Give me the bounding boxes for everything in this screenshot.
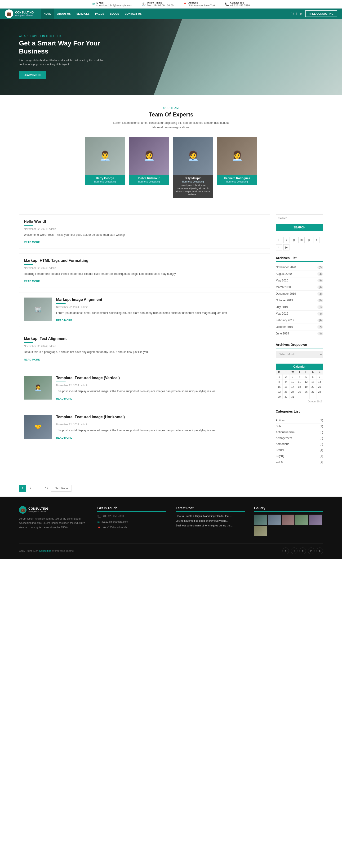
facebook-icon[interactable]: f xyxy=(276,237,282,243)
archive-label: November 2020 xyxy=(276,266,296,269)
team-member-role: Business Consulting xyxy=(219,180,255,183)
read-more-link[interactable]: READ MORE xyxy=(24,241,40,244)
calendar-day: 11 xyxy=(296,379,303,384)
youtube-icon[interactable]: ▶ xyxy=(283,244,289,250)
instagram-icon[interactable]: i xyxy=(276,244,282,250)
read-more-link[interactable]: READ MORE xyxy=(24,280,40,283)
post-with-image: 🏢 Markup: Image Alignment November 22, 2… xyxy=(24,298,265,322)
calendar-day: 18 xyxy=(296,384,303,389)
read-more-link[interactable]: READ MORE xyxy=(56,436,72,439)
archive-count: (1) xyxy=(317,305,323,309)
google-icon[interactable]: g xyxy=(291,237,297,243)
page-button-2[interactable]: 2 xyxy=(27,485,34,492)
archives-dropdown-select[interactable]: Select Month November 2020 August 2020 xyxy=(276,351,323,358)
calendar-day: 30 xyxy=(283,394,289,399)
team-card-overlay: Debra Ridenour Business Consulting xyxy=(129,175,169,185)
next-page-button[interactable]: Next Page xyxy=(51,485,71,492)
footer-logo-sub: Wordpress Theme xyxy=(28,510,49,513)
archive-count: (6) xyxy=(317,285,323,289)
calendar-day: 3 xyxy=(289,374,296,379)
calendar-day: 26 xyxy=(303,389,309,394)
twitter-icon[interactable]: t xyxy=(291,548,298,554)
footer-post-title: Business writes many other cheques durin… xyxy=(176,524,245,527)
twitter-icon[interactable]: t xyxy=(283,237,289,243)
post-meta: November 22, 2024 | admin xyxy=(24,227,265,230)
post-with-image: 🤝 Template: Featured Image (Horizontal) … xyxy=(24,415,265,439)
clock-icon: 🕐 xyxy=(142,2,146,6)
category-item: Arrangement (6) xyxy=(276,435,323,441)
hero-learn-more-button[interactable]: LEARN MORE xyxy=(19,71,46,79)
post-meta: November 22, 2024 | admin xyxy=(24,267,265,269)
nav-about[interactable]: ABOUT US xyxy=(54,8,73,19)
post-title: Markup: Image Alignment xyxy=(56,298,265,302)
page-button-1[interactable]: 1 xyxy=(19,485,26,492)
footer-post-item: Business writes many other cheques durin… xyxy=(176,524,245,527)
read-more-link[interactable]: READ MORE xyxy=(56,319,72,322)
archive-item: July 2019 (1) xyxy=(276,304,323,311)
search-input[interactable] xyxy=(276,214,323,222)
contact-location-value: Your1234location.Me xyxy=(103,526,127,529)
footer-post-title: How to Create a Digital Marketing Plan f… xyxy=(176,515,245,518)
team-card-overlay: Harry George Business Consulting xyxy=(85,175,125,185)
team-card-overlay: Billy Maupin Business Consulting Lorem i… xyxy=(173,175,213,198)
footer-brand-link[interactable]: Consulting xyxy=(39,549,52,552)
footer-gallery-title: Gallery xyxy=(254,506,323,512)
footer-col-about: 💼 CONSULTING Wordpress Theme Lorem Ipsum… xyxy=(19,506,88,536)
facebook-icon[interactable]: f xyxy=(291,12,291,16)
email-label: E-Mail xyxy=(97,1,132,4)
nav-pages[interactable]: Pages xyxy=(92,8,107,19)
nav-home[interactable]: HOME xyxy=(41,8,54,19)
archives-widget: Archives List November 2020 (2) August 2… xyxy=(276,256,323,337)
post-meta: November 22, 2024 | admin xyxy=(24,345,265,347)
linkedin-icon[interactable]: in xyxy=(299,237,305,243)
page-button-12[interactable]: 12 xyxy=(43,485,50,492)
logo[interactable]: 💼 CONSULTING Wordpress Theme xyxy=(5,9,34,18)
calendar-day: 22 xyxy=(276,389,283,394)
post-underline xyxy=(24,225,33,225)
archive-item: March 2020 (6) xyxy=(276,284,323,291)
nav-services[interactable]: SERVICES xyxy=(73,8,92,19)
facebook-icon[interactable]: f xyxy=(282,548,289,554)
location-icon: 📍 xyxy=(97,526,101,530)
blog-post: Markup: HTML Tags and Formatting Novembe… xyxy=(19,253,270,288)
archive-count: (4) xyxy=(317,332,323,335)
calendar-header: F xyxy=(303,370,309,374)
free-consulting-button[interactable]: FREE CONSULTING xyxy=(305,10,337,17)
archive-count: (3) xyxy=(317,272,323,276)
instagram-icon[interactable]: in xyxy=(296,12,298,16)
twitter-icon[interactable]: t xyxy=(293,12,294,16)
calendar-day xyxy=(310,394,316,399)
pinterest-icon[interactable]: p xyxy=(300,12,302,16)
calendar-month: October 2018 xyxy=(276,399,323,404)
blog-post: 👩‍💼 Template: Featured Image (Vertical) … xyxy=(19,371,270,405)
post-image: 🤝 xyxy=(24,415,52,439)
archive-count: (2) xyxy=(317,292,323,296)
team-member-photo: 👩‍💼 xyxy=(217,137,257,175)
post-title: Hello World! xyxy=(24,219,265,224)
pinterest-icon[interactable]: p xyxy=(306,237,312,243)
google-icon[interactable]: g xyxy=(300,548,306,554)
post-title: Template: Featured Image (Vertical) xyxy=(56,376,265,380)
footer-posts-title: Latest Post xyxy=(176,506,245,512)
nav-blogs[interactable]: BLOGS xyxy=(107,8,122,19)
archive-item: May 2019 (3) xyxy=(276,311,323,317)
calendar-day: 31 xyxy=(289,394,296,399)
calendar-header: T xyxy=(296,370,303,374)
archive-label: February 2019 xyxy=(276,319,294,322)
calendar-day: 21 xyxy=(316,384,323,389)
category-count: (6) xyxy=(319,436,323,440)
archive-label: May 2020 xyxy=(276,279,288,282)
contact-value: +1 123 456 7890 xyxy=(230,4,250,7)
linkedin-icon[interactable]: in xyxy=(308,548,315,554)
nav-contact[interactable]: CONTACT US xyxy=(122,8,144,19)
page-button-ellipsis[interactable]: ... xyxy=(35,485,42,492)
tumblr-icon[interactable]: t xyxy=(314,237,320,243)
category-item: Cat & (1) xyxy=(276,459,323,465)
read-more-link[interactable]: READ MORE xyxy=(24,358,40,361)
read-more-link[interactable]: READ MORE xyxy=(56,397,72,400)
calendar-day: 29 xyxy=(276,394,283,399)
calendar-header: M xyxy=(276,370,283,374)
search-button[interactable]: SEARCH xyxy=(276,224,323,231)
pinterest-icon[interactable]: p xyxy=(316,548,323,554)
archive-label: August 2020 xyxy=(276,272,291,276)
